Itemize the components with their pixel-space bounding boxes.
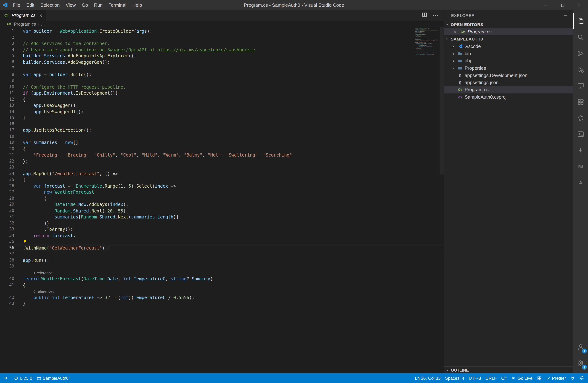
tree-item-properties[interactable]: ›Properties [443, 65, 573, 72]
more-actions-icon[interactable]: ··· [564, 13, 567, 18]
code-row[interactable]: 23 [0, 164, 443, 171]
code-row[interactable]: 24app.MapGet("/weatherforecast", () => [0, 171, 443, 177]
code-row[interactable]: 1var builder = WebApplication.CreateBuil… [0, 28, 443, 34]
code-line[interactable]: app.MapGet("/weatherforecast", () => [14, 171, 444, 177]
grid-extension-icon[interactable] [535, 373, 544, 383]
menu-run[interactable]: Run [91, 2, 105, 8]
line-number[interactable]: 10 [0, 84, 14, 90]
line-number[interactable]: 18 [0, 134, 14, 140]
prettier-status[interactable]: Prettier [544, 373, 568, 383]
indentation-status[interactable]: Spaces: 4 [443, 373, 466, 383]
more-actions-icon[interactable]: ··· [432, 12, 438, 19]
code-line[interactable] [14, 121, 444, 127]
code-row[interactable]: 13 app.UseSwagger(); [0, 102, 443, 109]
code-line[interactable]: Random.Shared.Next(-20, 55), [14, 208, 444, 214]
activity-extensions-icon[interactable] [573, 94, 588, 110]
code-row[interactable]: 19var summaries = new[] [0, 140, 443, 146]
line-number[interactable]: 36 [0, 245, 14, 251]
section-project[interactable]: › SAMPLEAUTH0 [443, 35, 573, 43]
code-line[interactable]: new WeatherForecast [14, 189, 444, 195]
go-live-button[interactable]: Go Live [509, 373, 535, 383]
line-number[interactable]: 4 [0, 47, 14, 53]
line-number[interactable]: 17 [0, 127, 14, 133]
code-row[interactable]: 5builder.Services.AddEndpointsApiExplore… [0, 53, 443, 59]
code-line[interactable]: { [14, 282, 444, 288]
code-line[interactable] [14, 239, 444, 245]
code-line[interactable]: .ToArray(); [14, 226, 444, 232]
code-row[interactable]: 16 [0, 121, 443, 127]
code-row[interactable]: 18 [0, 134, 443, 140]
activity-source-control-icon[interactable] [573, 45, 588, 62]
minimize-button[interactable] [537, 0, 554, 10]
line-number[interactable]: 16 [0, 121, 14, 127]
code-row[interactable]: 20{ [0, 146, 443, 152]
line-number[interactable]: 41 [0, 282, 14, 288]
line-number[interactable]: 19 [0, 140, 14, 146]
code-line[interactable]: builder.Services.AddSwaggerGen(); [14, 59, 444, 65]
line-number[interactable]: 11 [0, 90, 14, 96]
code-row[interactable]: 30 Random.Shared.Next(-20, 55), [0, 208, 443, 214]
code-row[interactable]: 38app.Run(); [0, 257, 443, 263]
code-line[interactable]: )) [14, 220, 444, 226]
code-line[interactable]: summaries[Random.Shared.Next(summaries.L… [14, 214, 444, 220]
code-line[interactable] [14, 34, 444, 41]
code-row[interactable]: 42 public int TemperatureF => 32 + (int)… [0, 294, 443, 301]
notifications-bell-icon[interactable] [577, 373, 588, 383]
tree-item-sampleauth0-csproj[interactable]: </>SampleAuth0.csproj [443, 93, 573, 101]
code-line[interactable]: if (app.Environment.IsDevelopment()) [14, 90, 444, 96]
line-number[interactable]: 5 [0, 53, 14, 59]
line-number[interactable]: 15 [0, 115, 14, 121]
code-line[interactable]: } [14, 301, 444, 307]
code-row[interactable]: 32 )) [0, 220, 443, 226]
maximize-button[interactable] [554, 0, 571, 10]
line-number[interactable]: 43 [0, 301, 14, 307]
live-server-project[interactable]: SampleAuth0 [35, 373, 71, 383]
code-line[interactable]: "Freezing", "Bracing", "Chilly", "Cool",… [14, 152, 444, 158]
line-number[interactable] [0, 270, 14, 276]
line-number[interactable]: 2 [0, 34, 14, 41]
line-number[interactable]: 39 [0, 264, 14, 270]
code-row[interactable]: 28 ( [0, 195, 443, 202]
code-row[interactable]: 25{ [0, 177, 443, 183]
code-row[interactable]: 39 [0, 264, 443, 270]
line-number[interactable]: 14 [0, 109, 14, 115]
lightbulb-icon[interactable] [23, 239, 27, 244]
activity-explorer-icon[interactable] [573, 13, 588, 29]
line-number[interactable]: 1 [0, 28, 14, 34]
code-line[interactable] [14, 164, 444, 171]
code-line[interactable]: var summaries = new[] [14, 140, 444, 146]
codelens-text[interactable]: 0 references [14, 288, 444, 294]
tree-item-bin[interactable]: ›bin [443, 50, 573, 57]
close-button[interactable] [571, 0, 588, 10]
line-number[interactable] [0, 288, 14, 294]
code-line[interactable]: } [14, 115, 444, 121]
close-icon[interactable]: × [453, 29, 458, 34]
line-number[interactable]: 7 [0, 65, 14, 71]
code-row[interactable]: 40record WeatherForecast(DateTime Date, … [0, 276, 443, 282]
tree-item--vscode[interactable]: ›.vscode [443, 43, 573, 50]
line-number[interactable]: 6 [0, 59, 14, 65]
line-number[interactable]: 26 [0, 183, 14, 189]
line-number[interactable]: 3 [0, 41, 14, 47]
cursor-position[interactable]: Ln 36, Col 33 [413, 373, 443, 383]
section-open-editors[interactable]: › OPEN EDITORS [443, 21, 573, 28]
menu-file[interactable]: File [10, 2, 23, 8]
line-number[interactable]: 27 [0, 189, 14, 195]
code-row[interactable]: 12{ [0, 96, 443, 102]
remote-window-button[interactable] [0, 373, 12, 383]
line-number[interactable]: 32 [0, 220, 14, 226]
tree-item-appsettings-development-json[interactable]: {}appsettings.Development.json [443, 72, 573, 79]
code-line[interactable]: // Configure the HTTP request pipeline. [14, 84, 444, 90]
code-row[interactable]: 3// Add services to the container. [0, 41, 443, 47]
menu-go[interactable]: Go [79, 2, 91, 8]
activity-sync-icon[interactable] [573, 110, 588, 126]
activity-azure-icon[interactable]: A [573, 175, 588, 191]
code-row[interactable]: 2 [0, 34, 443, 41]
tree-item-program-cs[interactable]: C#Program.cs [443, 86, 573, 93]
tree-item-obj[interactable]: ›obj [443, 57, 573, 65]
line-number[interactable]: 40 [0, 276, 14, 282]
menu-help[interactable]: Help [129, 2, 145, 8]
line-number[interactable]: 25 [0, 177, 14, 183]
code-line[interactable] [14, 78, 444, 84]
editor[interactable]: 1var builder = WebApplication.CreateBuil… [0, 27, 443, 373]
